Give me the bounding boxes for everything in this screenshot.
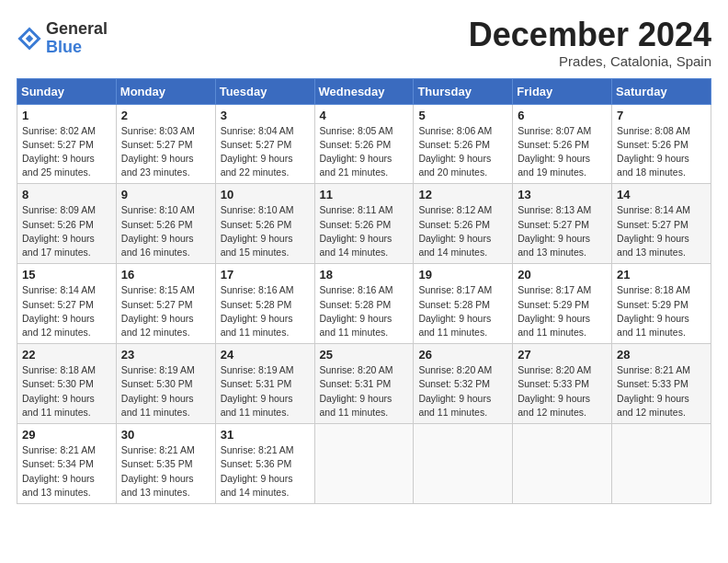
day-detail: Sunrise: 8:02 AMSunset: 5:27 PMDaylight:… <box>22 124 111 180</box>
calendar-cell: 31 Sunrise: 8:21 AMSunset: 5:36 PMDaylig… <box>215 424 314 504</box>
day-number: 2 <box>121 109 210 122</box>
day-detail: Sunrise: 8:20 AMSunset: 5:31 PMDaylight:… <box>320 363 409 419</box>
day-number: 25 <box>320 348 409 362</box>
day-detail: Sunrise: 8:19 AMSunset: 5:31 PMDaylight:… <box>221 363 310 419</box>
day-number: 13 <box>518 188 607 201</box>
day-detail: Sunrise: 8:17 AMSunset: 5:28 PMDaylight:… <box>418 283 507 339</box>
day-detail: Sunrise: 8:10 AMSunset: 5:26 PMDaylight:… <box>221 203 310 259</box>
day-detail: Sunrise: 8:21 AMSunset: 5:33 PMDaylight:… <box>617 363 706 419</box>
day-detail: Sunrise: 8:14 AMSunset: 5:27 PMDaylight:… <box>22 283 111 339</box>
calendar-cell: 13 Sunrise: 8:13 AMSunset: 5:27 PMDaylig… <box>513 184 612 264</box>
day-number: 28 <box>617 348 706 362</box>
header-row: Sunday Monday Tuesday Wednesday Thursday… <box>17 78 711 104</box>
day-detail: Sunrise: 8:10 AMSunset: 5:26 PMDaylight:… <box>121 203 210 259</box>
page-container: General Blue December 2024 Prades, Catal… <box>0 0 728 513</box>
calendar-cell: 2 Sunrise: 8:03 AMSunset: 5:27 PMDayligh… <box>116 104 215 184</box>
calendar-cell: 3 Sunrise: 8:04 AMSunset: 5:27 PMDayligh… <box>215 104 314 184</box>
logo-general: General <box>46 20 108 39</box>
calendar-cell: 1 Sunrise: 8:02 AMSunset: 5:27 PMDayligh… <box>17 104 117 184</box>
day-number: 3 <box>221 109 310 122</box>
day-number: 8 <box>22 188 111 201</box>
day-detail: Sunrise: 8:03 AMSunset: 5:27 PMDaylight:… <box>121 124 210 180</box>
day-detail: Sunrise: 8:21 AMSunset: 5:34 PMDaylight:… <box>22 443 111 500</box>
calendar-cell: 17 Sunrise: 8:16 AMSunset: 5:28 PMDaylig… <box>215 264 314 344</box>
calendar-cell: 30 Sunrise: 8:21 AMSunset: 5:35 PMDaylig… <box>116 424 215 504</box>
calendar-cell <box>414 424 513 504</box>
calendar-cell: 23 Sunrise: 8:19 AMSunset: 5:30 PMDaylig… <box>116 344 215 424</box>
col-saturday: Saturday <box>612 78 711 104</box>
calendar-cell: 6 Sunrise: 8:07 AMSunset: 5:26 PMDayligh… <box>513 104 612 184</box>
calendar-cell: 12 Sunrise: 8:12 AMSunset: 5:26 PMDaylig… <box>414 184 513 264</box>
day-detail: Sunrise: 8:04 AMSunset: 5:27 PMDaylight:… <box>221 124 310 180</box>
day-detail: Sunrise: 8:17 AMSunset: 5:29 PMDaylight:… <box>518 283 607 339</box>
day-number: 22 <box>22 348 111 362</box>
day-number: 18 <box>320 268 409 282</box>
day-number: 10 <box>221 188 310 201</box>
day-detail: Sunrise: 8:21 AMSunset: 5:36 PMDaylight:… <box>221 443 310 500</box>
day-detail: Sunrise: 8:18 AMSunset: 5:30 PMDaylight:… <box>22 363 111 419</box>
day-number: 31 <box>221 428 310 442</box>
month-title: December 2024 <box>469 17 711 53</box>
day-detail: Sunrise: 8:07 AMSunset: 5:26 PMDaylight:… <box>518 124 607 180</box>
calendar-week-2: 8 Sunrise: 8:09 AMSunset: 5:26 PMDayligh… <box>17 184 711 264</box>
calendar-cell: 19 Sunrise: 8:17 AMSunset: 5:28 PMDaylig… <box>414 264 513 344</box>
day-detail: Sunrise: 8:18 AMSunset: 5:29 PMDaylight:… <box>617 283 706 339</box>
day-number: 6 <box>518 109 607 122</box>
calendar-cell <box>314 424 414 504</box>
day-number: 19 <box>418 268 507 282</box>
day-number: 30 <box>121 428 210 442</box>
day-detail: Sunrise: 8:08 AMSunset: 5:26 PMDaylight:… <box>617 124 706 180</box>
day-number: 21 <box>617 268 706 282</box>
col-thursday: Thursday <box>414 78 513 104</box>
col-tuesday: Tuesday <box>215 78 314 104</box>
calendar-body: 1 Sunrise: 8:02 AMSunset: 5:27 PMDayligh… <box>17 104 711 503</box>
calendar-week-4: 22 Sunrise: 8:18 AMSunset: 5:30 PMDaylig… <box>17 344 711 424</box>
day-number: 5 <box>418 109 507 122</box>
logo-icon <box>17 26 42 52</box>
logo: General Blue <box>17 20 108 57</box>
calendar-week-5: 29 Sunrise: 8:21 AMSunset: 5:34 PMDaylig… <box>17 424 711 504</box>
day-number: 14 <box>617 188 706 201</box>
logo-blue: Blue <box>46 39 108 57</box>
day-number: 1 <box>22 109 111 122</box>
day-detail: Sunrise: 8:20 AMSunset: 5:32 PMDaylight:… <box>418 363 507 419</box>
col-friday: Friday <box>513 78 612 104</box>
calendar-cell <box>513 424 612 504</box>
calendar-cell: 14 Sunrise: 8:14 AMSunset: 5:27 PMDaylig… <box>612 184 711 264</box>
day-detail: Sunrise: 8:14 AMSunset: 5:27 PMDaylight:… <box>617 203 706 259</box>
title-block: December 2024 Prades, Catalonia, Spain <box>469 17 711 69</box>
day-detail: Sunrise: 8:16 AMSunset: 5:28 PMDaylight:… <box>320 283 409 339</box>
day-detail: Sunrise: 8:05 AMSunset: 5:26 PMDaylight:… <box>320 124 409 180</box>
calendar-cell: 26 Sunrise: 8:20 AMSunset: 5:32 PMDaylig… <box>414 344 513 424</box>
calendar-cell: 5 Sunrise: 8:06 AMSunset: 5:26 PMDayligh… <box>414 104 513 184</box>
day-number: 4 <box>320 109 409 122</box>
calendar-cell: 29 Sunrise: 8:21 AMSunset: 5:34 PMDaylig… <box>17 424 117 504</box>
day-number: 11 <box>320 188 409 201</box>
calendar-cell: 9 Sunrise: 8:10 AMSunset: 5:26 PMDayligh… <box>116 184 215 264</box>
col-monday: Monday <box>116 78 215 104</box>
calendar-table: Sunday Monday Tuesday Wednesday Thursday… <box>17 78 711 504</box>
day-detail: Sunrise: 8:19 AMSunset: 5:30 PMDaylight:… <box>121 363 210 419</box>
day-detail: Sunrise: 8:16 AMSunset: 5:28 PMDaylight:… <box>221 283 310 339</box>
calendar-cell: 20 Sunrise: 8:17 AMSunset: 5:29 PMDaylig… <box>513 264 612 344</box>
calendar-cell: 11 Sunrise: 8:11 AMSunset: 5:26 PMDaylig… <box>314 184 414 264</box>
calendar-cell: 16 Sunrise: 8:15 AMSunset: 5:27 PMDaylig… <box>116 264 215 344</box>
header: General Blue December 2024 Prades, Catal… <box>17 17 711 69</box>
calendar-cell: 27 Sunrise: 8:20 AMSunset: 5:33 PMDaylig… <box>513 344 612 424</box>
day-number: 26 <box>418 348 507 362</box>
day-number: 24 <box>221 348 310 362</box>
calendar-cell: 25 Sunrise: 8:20 AMSunset: 5:31 PMDaylig… <box>314 344 414 424</box>
calendar-cell: 21 Sunrise: 8:18 AMSunset: 5:29 PMDaylig… <box>612 264 711 344</box>
calendar-cell: 8 Sunrise: 8:09 AMSunset: 5:26 PMDayligh… <box>17 184 117 264</box>
col-sunday: Sunday <box>17 78 117 104</box>
calendar-week-3: 15 Sunrise: 8:14 AMSunset: 5:27 PMDaylig… <box>17 264 711 344</box>
calendar-cell: 7 Sunrise: 8:08 AMSunset: 5:26 PMDayligh… <box>612 104 711 184</box>
day-number: 12 <box>418 188 507 201</box>
calendar-cell: 18 Sunrise: 8:16 AMSunset: 5:28 PMDaylig… <box>314 264 414 344</box>
calendar-cell: 28 Sunrise: 8:21 AMSunset: 5:33 PMDaylig… <box>612 344 711 424</box>
location: Prades, Catalonia, Spain <box>469 53 711 69</box>
calendar-cell: 15 Sunrise: 8:14 AMSunset: 5:27 PMDaylig… <box>17 264 117 344</box>
day-detail: Sunrise: 8:06 AMSunset: 5:26 PMDaylight:… <box>418 124 507 180</box>
day-number: 29 <box>22 428 111 442</box>
calendar-cell: 10 Sunrise: 8:10 AMSunset: 5:26 PMDaylig… <box>215 184 314 264</box>
